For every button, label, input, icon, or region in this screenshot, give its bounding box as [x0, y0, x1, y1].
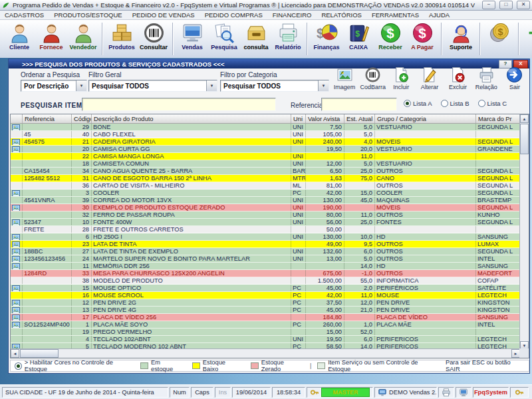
toolbar-button-consulta[interactable]: consulta	[240, 21, 272, 52]
table-row[interactable]: 11MEMÓRIA DDR 25614,0HDSANSUNG	[11, 263, 520, 270]
table-row[interactable]: 125482 551231CANO DE ESGOTO BARRA 150 2ª…	[11, 175, 520, 182]
action-button-relacao[interactable]: Relação	[472, 66, 500, 90]
table-row[interactable]: 32FERRO DE PASSAR ROUPAUNI80,0011,0OUTRO…	[11, 211, 520, 219]
scroll-up-button[interactable]: ▲	[520, 114, 529, 123]
radio-lista-a[interactable]: Lista A	[404, 100, 432, 107]
referencia-input[interactable]	[321, 98, 397, 111]
table-row[interactable]: 13PEN DRIVE 4GPC45,0021,0PEN DRIVEKINGST…	[11, 307, 520, 314]
general-filter-select[interactable]: Pesquisar TODOS ▼	[88, 80, 217, 92]
action-button-alterar[interactable]: Alterar	[416, 66, 444, 90]
toolbar-button-financas[interactable]: $Finanças	[311, 21, 342, 52]
column-header-icon[interactable]	[11, 114, 23, 123]
cell-valor: 15,00	[306, 329, 344, 335]
column-header-marca-do-pr[interactable]: Marca do Pr	[476, 114, 520, 123]
toolbar-button-suporte[interactable]: Suporte	[445, 21, 477, 52]
toolbar-button-vendedor[interactable]: Vendedor	[67, 21, 99, 52]
toolbar-button-receber[interactable]: $Receber	[374, 21, 406, 52]
table-row[interactable]: 29BONEUNI7,505,0VESTUARIOSEGUNDA L	[11, 124, 520, 131]
table-row[interactable]: 30EXEMPLO DE PRODUTO ESTOQUE ZERADOUNI19…	[11, 204, 520, 211]
cell-referencia: 123456123456	[23, 255, 72, 262]
action-button-excluir[interactable]: Excluir	[444, 66, 472, 90]
toolbar-button-apagar[interactable]: $A Pagar	[406, 21, 438, 52]
table-row[interactable]: FRETE28FRETE E OUTROS CARRETOS50,00	[11, 226, 520, 233]
toolbar-button-sair[interactable]: EXIT	[522, 21, 532, 52]
table-row[interactable]: 12PEN DRIVE 2GPC37,5012,0PEN DRIVEKINGST…	[11, 299, 520, 307]
table-row[interactable]: 12345612345624MARTELO SUPER NOVO E BONIT…	[11, 255, 520, 263]
table-row[interactable]: 4TECLADO 102ABNTUNI19,506,0PERIFERICOSLE…	[11, 336, 520, 343]
restore-button[interactable]: □	[499, 1, 513, 9]
printer-icon	[277, 22, 299, 44]
toolbar-button-fornecedor[interactable]: Fornece	[35, 21, 67, 52]
table-row[interactable]: 6HD 250G IUNI130,0010,0HDSANSUNG	[11, 233, 520, 241]
toolbar-button-produtos[interactable]: Produtos	[106, 21, 138, 52]
vertical-scroll-thumb[interactable]	[520, 124, 529, 154]
table-row[interactable]: 45457521CADEIRA GIRATORIAUNI240,004,0MOV…	[11, 138, 520, 146]
table-row[interactable]: 20CAMISA CURTA GG19,5020,0VESTUARIOGRAND…	[11, 146, 520, 153]
table-row[interactable]: 5234710FONTE 400WUNI56,0025,0FONTESSEGUN…	[11, 219, 520, 226]
chevron-down-icon: ▼	[318, 80, 329, 91]
toolbar-button-consultar[interactable]: Consultar	[138, 21, 170, 52]
table-row[interactable]: 1284RD33MESA PARA CHURRASCO 125X200 ANGE…	[11, 270, 520, 277]
category-filter-select[interactable]: Pesquisar TODOS ▼	[220, 80, 329, 92]
toolbar-button-relatorio[interactable]: Relatório	[272, 21, 304, 52]
action-button-codbarra[interactable]: CodBarra	[359, 66, 387, 90]
menu-item-produtos-estoque[interactable]: PRODUTOS/ESTOQUE	[54, 11, 122, 19]
column-header-referencia[interactable]: Referencia	[23, 114, 72, 123]
table-row[interactable]: 36CARTAO DE VISITA - MILHEIROML81,00OUTR…	[11, 182, 520, 190]
column-header-descri-o-do-produto[interactable]: Descrição do Produto	[92, 114, 291, 123]
table-row[interactable]: 22CAMISA MANGA LONGAUNI11,0	[11, 153, 520, 160]
column-header-grupo-categoria[interactable]: Grupo / Categoria	[375, 114, 476, 123]
column-header-uni[interactable]: Uni	[291, 114, 306, 123]
enable-colors-toggle[interactable]: > Habilitar Cores no Controle de Estoque	[15, 359, 134, 372]
table-row[interactable]: CA1545434CANO AGUA QUENTE 25 - BARRABAR6…	[11, 168, 520, 175]
table-row[interactable]: 18CAMISETA COMUNUNI12,005,0VESTUARIO	[11, 160, 520, 168]
horizontal-scrollbar[interactable]: ◄ ►	[11, 348, 520, 358]
menu-item-relat-rios[interactable]: RELATÓRIOS	[321, 11, 362, 19]
toolbar-button-moedas[interactable]: $	[483, 21, 515, 52]
toolbar-button-cliente[interactable]: Cliente	[3, 21, 35, 52]
menu-item-ferramentas[interactable]: FERRAMENTAS	[372, 11, 419, 19]
radio-lista-b[interactable]: Lista B	[441, 100, 469, 107]
action-button-imagem[interactable]: Imagem	[331, 66, 358, 90]
menu-item-pedido-de-vendas[interactable]: PEDIDO DE VENDAS	[132, 11, 195, 19]
minimize-button[interactable]: −	[482, 1, 495, 9]
column-header-valor-avista[interactable]: Valor Avista	[306, 114, 344, 123]
table-row[interactable]: 3COOLERPC42,0015,0COOLERSEGUNDA L	[11, 190, 520, 197]
toolbar-button-caixa[interactable]: $CAIXA	[342, 21, 374, 52]
menu-item-ajuda[interactable]: AJUDA	[429, 11, 450, 19]
scroll-left-button[interactable]: ◄	[11, 349, 19, 358]
table-row[interactable]: 23LATA DE TINTA49,009,5OUTROSLUMAX	[11, 241, 520, 248]
exit-door-icon: EXIT	[527, 22, 532, 44]
horizontal-scroll-thumb[interactable]	[20, 349, 59, 358]
search-input[interactable]	[82, 98, 276, 111]
cell-grupo: VESTUARIO	[375, 146, 476, 152]
table-row[interactable]: 17PLACA DE VÍDEO 256184,80PLACA DE VÍDEO…	[11, 314, 520, 321]
menu-item-pedido-compras[interactable]: PEDIDO COMPRAS	[205, 11, 263, 19]
category-filter-value: Pesquisar TODOS	[223, 82, 281, 90]
radio-lista-c[interactable]: Lista C	[478, 100, 507, 107]
table-row[interactable]: 4541VNRA39CORREA DO MOTOR 13VXUNI130,004…	[11, 197, 520, 204]
action-button-incluir[interactable]: Incluir	[387, 66, 415, 90]
action-button-sair[interactable]: Sair	[501, 66, 529, 90]
table-row[interactable]: SO12524MP4001PLACA MÃE SOYOPC260,001,0PL…	[11, 321, 520, 329]
close-button[interactable]: ✕	[517, 1, 530, 9]
toolbar-button-pesquisa[interactable]: Pesquisa	[208, 21, 240, 52]
column-header-est-atual[interactable]: Est. Atual	[344, 114, 375, 123]
column-header-c-digo[interactable]: Código	[72, 114, 92, 123]
toolbar-button-vendas[interactable]: Vendas	[176, 21, 208, 52]
vertical-scrollbar[interactable]: ▲ ▼	[519, 114, 529, 350]
table-row[interactable]: 4540CABO FLEXELUNI105,005,0	[11, 131, 520, 138]
table-row[interactable]: 19PREGO VERMELHO15,0052,0	[11, 329, 520, 336]
cell-descricao: FERRO DE PASSAR ROUPA	[92, 211, 291, 218]
cell-marca: LEGTECH	[476, 292, 520, 299]
table-row[interactable]: 15MOUSE OPTICOPC45,002,0PERIFÉRICOSSATÉL…	[11, 285, 520, 292]
menu-item-financeiro[interactable]: FINANCEIRO	[273, 11, 312, 19]
cell-grupo: VESTUARIO	[375, 160, 476, 167]
table-row[interactable]: 16MOUSE SCROOLPC42,0011,0MOUSELEGTECH	[11, 292, 520, 299]
order-filter-select[interactable]: Por Descrição ▼	[21, 80, 87, 92]
toolbar-button-label: A Pagar	[411, 44, 434, 51]
table-row[interactable]: 38MODELO DE PRODUTO1.500,0055,0INFORMATI…	[11, 277, 520, 285]
table-row[interactable]: 188BC27LATA DE TINTA DE EXEMPLOUNI132,60…	[11, 248, 520, 255]
menu-item-cadastros[interactable]: CADASTROS	[5, 11, 44, 19]
toolbar-separator	[441, 23, 442, 55]
